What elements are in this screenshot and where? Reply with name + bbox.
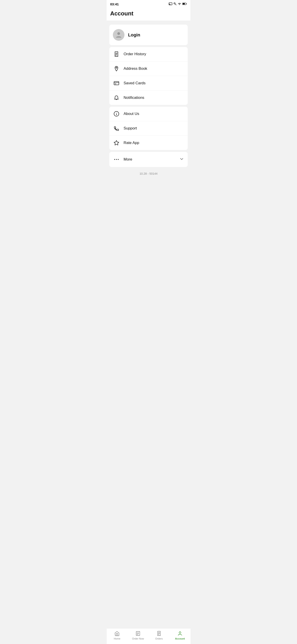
chevron-down-icon <box>179 156 184 162</box>
cast-icon <box>169 2 172 6</box>
location-icon <box>113 65 120 72</box>
info-icon <box>113 110 120 118</box>
svg-point-17 <box>116 159 117 160</box>
avatar <box>113 29 124 41</box>
nav-item-account[interactable]: Account <box>169 630 190 640</box>
order-now-nav-icon <box>135 630 141 636</box>
svg-rect-9 <box>114 82 119 85</box>
wifi-icon <box>178 2 181 6</box>
menu-item-support[interactable]: Support <box>109 121 188 136</box>
menu-card-1: Order History Address Book Saved Card <box>109 47 188 105</box>
menu-item-order-history[interactable]: Order History <box>109 47 188 61</box>
menu-label-saved-cards: Saved Cards <box>124 81 145 86</box>
more-left: More <box>113 156 132 163</box>
menu-item-rate-app[interactable]: Rate App <box>109 136 188 150</box>
svg-point-18 <box>118 159 119 160</box>
status-bar: 03:41 <box>107 0 190 8</box>
svg-point-16 <box>114 159 115 160</box>
svg-marker-15 <box>114 140 119 145</box>
bell-icon <box>113 94 120 101</box>
login-card: Login <box>109 24 188 45</box>
key-icon <box>173 2 177 6</box>
menu-label-rate-app: Rate App <box>124 141 139 145</box>
more-card: More <box>109 152 188 167</box>
receipt-icon <box>113 50 120 58</box>
svg-point-14 <box>116 112 117 113</box>
account-nav-icon <box>177 630 183 636</box>
status-time: 03:41 <box>110 2 119 6</box>
main-content: 03:41 <box>107 0 190 195</box>
login-label: Login <box>128 32 140 38</box>
menu-item-address-book[interactable]: Address Book <box>109 61 188 76</box>
nav-label-account: Account <box>175 637 185 640</box>
card-icon <box>113 80 120 87</box>
menu-label-notifications: Notifications <box>124 96 144 100</box>
menu-card-2: About Us Support Rate App <box>109 107 188 150</box>
phone-icon <box>113 125 120 132</box>
nav-item-order-now[interactable]: Order Now <box>128 630 149 640</box>
menu-item-notifications[interactable]: Notifications <box>109 90 188 105</box>
menu-label-address-book: Address Book <box>124 66 147 71</box>
battery-icon <box>182 2 187 6</box>
menu-item-about-us[interactable]: About Us <box>109 107 188 121</box>
menu-label-about-us: About Us <box>124 112 139 116</box>
svg-point-24 <box>137 634 137 634</box>
svg-rect-3 <box>183 3 185 4</box>
version-text: 10.28 - 50144 <box>107 169 190 177</box>
page-title: Account <box>107 8 190 20</box>
nav-item-orders[interactable]: Orders <box>149 630 170 640</box>
nav-label-home: Home <box>114 637 120 640</box>
svg-point-4 <box>117 32 120 35</box>
svg-rect-19 <box>136 632 140 636</box>
nav-label-orders: Orders <box>155 637 163 640</box>
star-icon <box>113 139 120 146</box>
more-row[interactable]: More <box>109 152 188 167</box>
svg-point-23 <box>137 632 137 633</box>
menu-label-support: Support <box>124 126 137 130</box>
bottom-nav: Home Order Now Orders <box>107 628 190 644</box>
login-row[interactable]: Login <box>109 24 188 45</box>
svg-point-8 <box>116 67 117 68</box>
menu-item-saved-cards[interactable]: Saved Cards <box>109 76 188 90</box>
menu-label-order-history: Order History <box>124 52 146 56</box>
home-nav-icon <box>114 630 120 636</box>
svg-point-29 <box>179 632 181 634</box>
nav-item-home[interactable]: Home <box>107 630 128 640</box>
more-label: More <box>124 157 132 162</box>
svg-point-25 <box>137 634 137 635</box>
svg-point-1 <box>174 3 175 4</box>
orders-nav-icon <box>156 630 162 636</box>
nav-label-order-now: Order Now <box>132 637 144 640</box>
dots-icon <box>113 156 120 163</box>
status-icons <box>169 2 187 6</box>
